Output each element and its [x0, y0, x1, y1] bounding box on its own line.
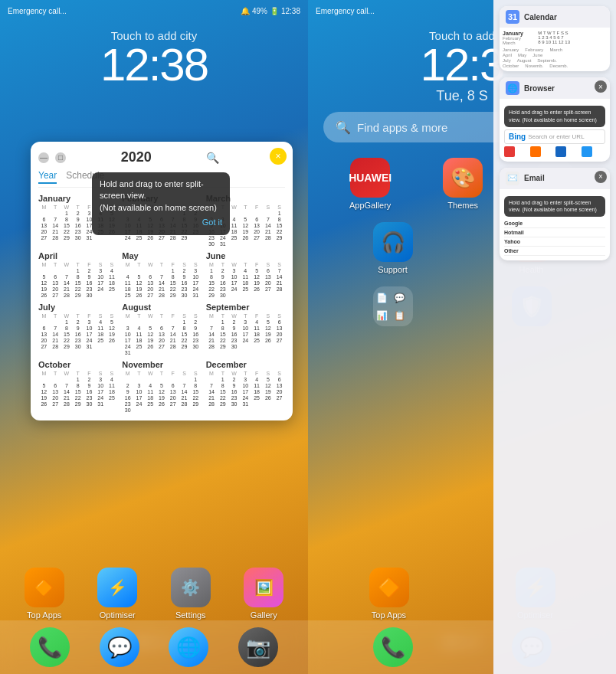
notification-icon: 🔔: [241, 7, 250, 15]
browser-tooltip: Hold and drag to enter split-screen view…: [504, 106, 605, 127]
cal-month-jul: July MTWTFSS 12345 6789101112 1314151617…: [38, 303, 117, 355]
cal-tab-year[interactable]: Year: [38, 170, 57, 184]
app-appgallery[interactable]: HUAWEI AppGallery: [349, 158, 391, 210]
settings-icon-left: ⚙️: [171, 568, 211, 607]
cal-month-may: May MTWTFSS 123 45678910 11121314151617 …: [122, 251, 201, 298]
calendar-overlay[interactable]: — □ 2020 🔍 ⋮ × Hold and drag to enter sp…: [31, 142, 293, 420]
bookmark-3: [555, 146, 566, 157]
browser-bookmarks: [504, 146, 605, 157]
cal-month-oct: October MTWTFSS 1234 567891011 121314151…: [38, 360, 117, 413]
emergency-call-left: Emergency call...: [8, 7, 67, 15]
cal-month-labels-3: July August Septemb.: [503, 58, 607, 63]
email-card-body: Hold and drag to enter split-screen view…: [500, 189, 610, 261]
bookmark-4: [582, 146, 592, 157]
left-panel: Emergency call... 🔔 49% 🔋 12:38 Touch to…: [0, 0, 308, 674]
cal-close-button[interactable]: ×: [270, 148, 287, 165]
clock-left: 12:38: [0, 42, 308, 88]
email-row-2: Hotmail: [504, 228, 605, 237]
cal-header: — □ 2020 🔍 ⋮: [38, 149, 285, 165]
dock-phone-right[interactable]: 📞: [373, 627, 413, 667]
cal-month-labels-4: October Novemb. Decemb.: [503, 64, 607, 68]
browser-close-button[interactable]: ×: [595, 80, 607, 93]
settings-label-left: Settings: [175, 610, 206, 620]
time-left: 12:38: [281, 7, 300, 15]
app-support[interactable]: 🎧 Support: [373, 222, 413, 274]
email-recent-icon: ✉️: [506, 172, 519, 185]
cal-month-sep: September MTWTFSS 123456 78910111213 141…: [206, 303, 285, 355]
optimiser-label-left: Optimiser: [100, 610, 136, 620]
office-group-icon: 📄💬 📊📋: [373, 286, 413, 326]
app-item-topapps-left[interactable]: 🔶 Top Apps: [25, 568, 64, 620]
email-close-button[interactable]: ×: [595, 171, 607, 183]
recent-cal-body: January February March M T W T F S S 1 2…: [500, 28, 610, 71]
topapps-label-right: Top Apps: [372, 610, 406, 620]
dock-messages-left[interactable]: 💬: [100, 627, 139, 667]
status-icons-left: 🔔 49% 🔋 12:38: [241, 7, 300, 15]
tooltip-got-it-left[interactable]: Got it: [100, 217, 222, 228]
cal-month-jun: June MTWTFSS 1234567 891011121314 151617…: [206, 251, 285, 298]
email-tooltip: Hold and drag to enter split-screen view…: [504, 196, 605, 218]
recent-card-browser-header: 🌐 Browser: [500, 77, 610, 99]
app-item-gallery-left[interactable]: 🖼️ Gallery: [244, 568, 283, 620]
cal-month-aug: August MTWTFSS 12 3456789 10111213141516…: [122, 303, 201, 355]
rcal-feb: M T W T F S S 1 2 3 4 5 6 7 8 9 10 11 12…: [538, 31, 571, 45]
app-topapps-right[interactable]: 🔶 Top Apps: [369, 568, 409, 620]
emergency-call-right: Emergency call...: [316, 7, 375, 15]
app-item-settings-left[interactable]: ⚙️ Settings: [171, 568, 211, 620]
themes-icon: 🎨: [443, 158, 483, 198]
recent-card-calendar[interactable]: 31 Calendar January February March M T W…: [500, 6, 610, 71]
bookmark-2: [530, 146, 541, 157]
cal-search-icon[interactable]: 🔍: [206, 152, 219, 164]
weather-left: Touch to add city 12:38: [0, 21, 308, 88]
support-icon: 🎧: [373, 222, 413, 262]
recent-card-calendar-header: 31 Calendar: [500, 6, 610, 28]
recent-apps-panel: 31 Calendar January February March M T W…: [493, 0, 616, 674]
app-row-1-left: 🔶 Top Apps ⚡ Optimiser ⚙️ Settings 🖼️: [8, 568, 300, 620]
cal-expand-icon[interactable]: □: [55, 152, 66, 163]
topapps-icon-left: 🔶: [25, 568, 64, 607]
city-label-left[interactable]: Touch to add city: [0, 29, 308, 42]
cal-year: 2020: [121, 149, 152, 165]
cal-month-dec: December MTWTFSS 123456 78910111213 1415…: [206, 360, 285, 413]
dock-camera-left[interactable]: 📷: [238, 627, 278, 667]
email-list: Google Hotmail Yahoo Other: [504, 219, 605, 256]
dock-phone-left[interactable]: 📞: [30, 627, 70, 667]
app-item-optimiser-left[interactable]: ⚡ Optimiser: [97, 568, 137, 620]
browser-recent-icon: 🌐: [506, 81, 519, 95]
recent-card-email-header: ✉️ Email: [500, 168, 610, 189]
mini-cal-grid: January February March M T W T F S S 1 2…: [503, 31, 607, 45]
cal-month-nov: November MTWTFSS 1 2345678 9101112131415…: [122, 360, 201, 413]
recent-card-email[interactable]: ✉️ Email × Hold and drag to enter split-…: [500, 168, 610, 261]
appgallery-label: AppGallery: [349, 201, 391, 210]
cal-month-apr: April MTWTFSS 1234 567891011 12131415161…: [38, 251, 117, 298]
app-office-group[interactable]: 📄💬 📊📋: [373, 286, 413, 329]
rcal-jan: January February March: [503, 31, 536, 45]
right-panel: Emergency call... 🔔 38 12:3 Touch to add…: [308, 0, 616, 674]
themes-label: Themes: [447, 201, 478, 210]
email-recent-title: Email: [524, 174, 545, 182]
search-icon-right: 🔍: [336, 120, 351, 135]
rcal-mar: [574, 31, 607, 45]
browser-card-body: Hold and drag to enter split-screen view…: [500, 99, 610, 162]
gallery-label-left: Gallery: [251, 610, 277, 620]
search-placeholder-right: Find apps & more: [357, 121, 447, 134]
dock-left: 📞 💬 🌐 📷: [0, 620, 308, 674]
topapps-icon-right: 🔶: [369, 568, 409, 607]
bookmark-google: [504, 146, 515, 157]
browser-recent-title: Browser: [524, 84, 555, 93]
optimiser-icon-left: ⚡: [97, 568, 137, 607]
recent-card-browser[interactable]: 🌐 Browser × Hold and drag to enter split…: [500, 77, 610, 162]
bing-search-bar[interactable]: Bing Search or enter URL: [504, 129, 605, 144]
cal-window-controls[interactable]: — □: [38, 152, 66, 163]
calendar-recent-icon: 31: [506, 10, 519, 24]
gallery-icon-left: 🖼️: [244, 568, 283, 607]
app-themes[interactable]: 🎨 Themes: [443, 158, 483, 210]
cal-minimize-icon[interactable]: —: [38, 152, 49, 163]
battery-icon-left: 🔋: [270, 7, 279, 15]
email-row-1: Google: [504, 219, 605, 228]
support-label: Support: [378, 265, 408, 274]
email-row-4: Other: [504, 247, 605, 256]
email-row-3: Yahoo: [504, 237, 605, 247]
cal-tooltip: Hold and drag to enter split-screen view…: [92, 172, 230, 235]
dock-browser-left[interactable]: 🌐: [169, 627, 208, 667]
